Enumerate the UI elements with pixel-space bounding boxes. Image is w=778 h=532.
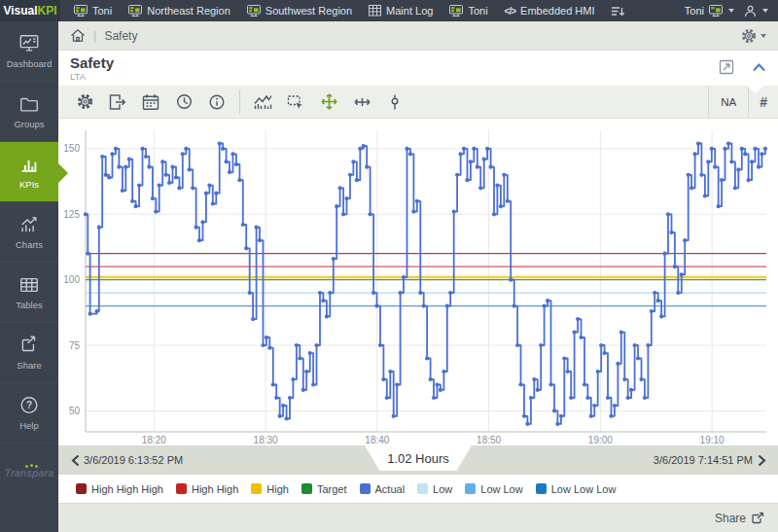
data-point-marker <box>94 309 98 313</box>
data-point-marker <box>422 304 426 308</box>
data-point-marker <box>267 346 271 350</box>
pan-move-button[interactable] <box>312 86 345 119</box>
tab-northeast-region[interactable]: Northeast Region <box>128 5 230 18</box>
expand-icon[interactable] <box>719 59 734 75</box>
share-link[interactable]: Share <box>715 512 764 525</box>
data-point-marker <box>408 152 412 156</box>
calendar-button[interactable] <box>134 86 167 119</box>
info-button[interactable] <box>200 86 233 119</box>
page-subtitle: LTA <box>70 71 766 82</box>
data-point-marker <box>626 396 630 400</box>
legend-item: Actual <box>360 483 406 495</box>
tab-southwest-region[interactable]: Southwest Region <box>247 5 352 18</box>
sidebar-item-help[interactable]: ? Help <box>0 383 58 443</box>
sidebar-item-label: Help <box>19 420 39 431</box>
horizontal-arrows-icon <box>353 93 371 111</box>
sidebar-item-share[interactable]: Share <box>0 323 58 383</box>
tab-toni-2[interactable]: Toni <box>449 5 487 18</box>
sidebar-item-dashboard[interactable]: Dashboard <box>0 21 58 82</box>
legend-swatch <box>465 483 476 494</box>
data-point-marker <box>585 396 589 400</box>
marquee-select-button[interactable] <box>279 86 312 119</box>
sidebar-item-label: Groups <box>14 119 44 129</box>
horizontal-zoom-button[interactable] <box>345 86 378 119</box>
monitor-icon <box>709 5 723 18</box>
settings-button[interactable] <box>68 86 101 119</box>
data-point-marker <box>348 173 352 177</box>
data-point-marker <box>536 388 540 392</box>
data-point-marker <box>569 396 573 400</box>
account-menu[interactable] <box>744 5 768 18</box>
sidebar-item-kpis[interactable]: KPIs <box>0 142 58 202</box>
data-point-marker <box>274 396 278 400</box>
data-point-marker <box>134 204 138 208</box>
home-icon[interactable] <box>70 28 86 43</box>
chart-type-button[interactable] <box>246 86 279 119</box>
data-point-marker <box>335 204 338 208</box>
na-toggle[interactable]: NA <box>708 86 748 119</box>
collapse-chevron-icon[interactable] <box>752 62 766 73</box>
data-point-marker <box>399 291 403 295</box>
data-point-marker <box>365 165 369 169</box>
cursor-line-button[interactable] <box>378 86 411 119</box>
data-point-marker <box>448 291 452 295</box>
data-point-marker <box>144 155 148 159</box>
panel-notch <box>747 86 764 93</box>
data-point-marker <box>355 178 359 182</box>
data-point-marker <box>104 173 108 177</box>
data-point-marker <box>442 370 445 373</box>
data-point-marker <box>592 404 596 408</box>
x-tick-label: 18:40 <box>365 435 389 445</box>
data-point-marker <box>100 155 104 159</box>
data-point-marker <box>197 238 201 242</box>
data-point-marker <box>633 343 637 347</box>
kpi-trend-chart[interactable]: 507510012515018:2018:3018:4018:5019:0019… <box>58 119 778 445</box>
data-point-marker <box>248 291 252 295</box>
history-button[interactable] <box>167 86 200 119</box>
data-point-marker <box>432 396 436 400</box>
data-point-marker <box>255 226 259 230</box>
sidebar-item-groups[interactable]: Groups <box>0 82 58 142</box>
active-item-pointer <box>58 163 68 183</box>
tab-maint-log[interactable]: Maint Log <box>369 5 433 17</box>
x-tick-label: 19:00 <box>588 435 613 445</box>
data-point-marker <box>566 370 570 373</box>
data-point-marker <box>332 257 336 261</box>
page-settings-button[interactable] <box>740 27 766 45</box>
legend-swatch <box>176 483 187 494</box>
data-point-marker <box>539 343 543 347</box>
sidebar-item-tables[interactable]: Tables <box>0 263 58 323</box>
data-point-marker <box>622 377 626 381</box>
time-duration-tab[interactable]: 1.02 Hours <box>365 445 472 471</box>
sidebar-item-charts[interactable]: Charts <box>0 202 58 263</box>
data-point-marker <box>576 317 580 321</box>
data-point-marker <box>321 299 325 302</box>
time-back-button[interactable] <box>66 451 84 469</box>
legend-item: High <box>251 483 289 495</box>
data-point-marker <box>666 212 670 216</box>
data-point-marker <box>358 147 362 151</box>
data-point-marker <box>606 396 610 400</box>
data-point-marker <box>643 396 647 400</box>
tab-label: Maint Log <box>386 5 433 17</box>
data-point-marker <box>374 304 378 308</box>
sidebar-item-label: Tables <box>16 300 42 310</box>
data-point-marker <box>200 220 204 224</box>
data-point-marker <box>124 165 127 169</box>
tab-embedded-hmi[interactable]: </> Embedded HMI <box>505 5 595 17</box>
sort-button[interactable] <box>611 5 624 18</box>
time-forward-button[interactable] <box>753 451 770 469</box>
legend-label: High <box>266 483 289 495</box>
data-point-marker <box>650 309 654 313</box>
data-point-marker <box>405 147 408 151</box>
data-point-marker <box>167 181 171 185</box>
y-tick-label: 125 <box>63 209 80 220</box>
visualkpi-logo[interactable]: VisualKPI <box>0 0 60 21</box>
tab-toni-1[interactable]: Toni <box>74 5 112 18</box>
profile-menu[interactable]: Toni <box>685 5 734 18</box>
x-tick-label: 18:30 <box>254 435 278 445</box>
chevron-left-icon <box>71 454 80 467</box>
export-button[interactable] <box>101 86 134 119</box>
trend-chart-icon <box>18 214 41 235</box>
data-point-marker <box>418 291 422 295</box>
